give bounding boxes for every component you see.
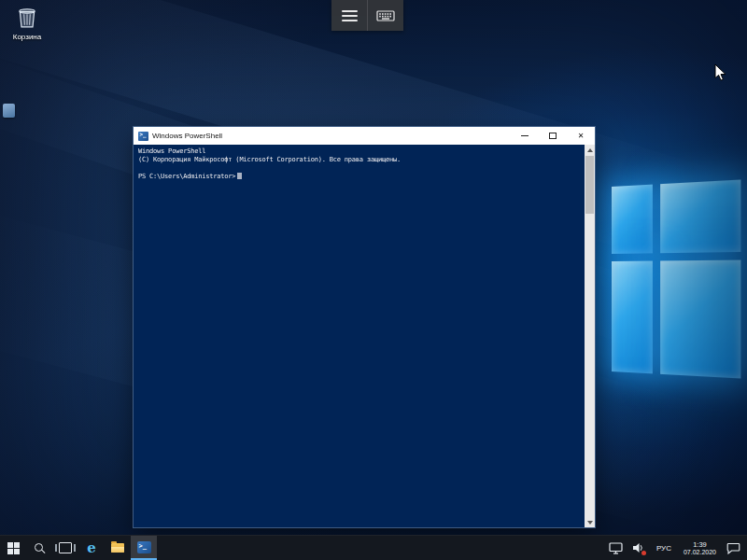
console-prompt: PS C:\Users\Administrator> — [138, 173, 235, 180]
minimize-button[interactable] — [511, 127, 539, 145]
console-output[interactable]: Windows PowerShell (C) Корпорация Майкро… — [134, 145, 595, 527]
taskbar-ie-button[interactable]: e — [78, 536, 105, 560]
clock-time: 1:39 — [693, 540, 707, 549]
scroll-up-button[interactable] — [585, 145, 595, 155]
tray-network-button[interactable] — [608, 536, 625, 560]
keyboard-icon — [376, 9, 395, 22]
close-button[interactable]: ✕ — [567, 127, 595, 145]
volume-muted-badge — [641, 551, 646, 555]
powershell-icon — [137, 541, 151, 553]
task-view-icon — [59, 542, 72, 553]
taskbar-search-button[interactable] — [26, 536, 52, 560]
vm-console-toolbar — [331, 0, 403, 31]
windows-logo-icon — [7, 542, 20, 554]
arrow-down-icon — [587, 521, 593, 525]
minimize-icon — [521, 135, 529, 136]
network-icon — [609, 542, 623, 554]
close-icon: ✕ — [578, 133, 585, 140]
clock-date: 07.02.2020 — [684, 549, 716, 556]
start-button[interactable] — [0, 536, 26, 560]
action-center-button[interactable] — [725, 536, 741, 560]
taskbar-clock[interactable]: 1:39 07.02.2020 — [681, 536, 719, 560]
recycle-bin-label: Корзина — [0, 33, 54, 41]
taskbar: e РУС — [0, 535, 747, 560]
scroll-down-button[interactable] — [585, 517, 595, 527]
desktop-shortcut-icon[interactable] — [3, 104, 15, 118]
system-tray: РУС 1:39 07.02.2020 — [608, 536, 747, 560]
tray-volume-button[interactable] — [630, 536, 647, 560]
windows-logo-pane — [612, 261, 653, 374]
powershell-icon — [138, 132, 148, 141]
windows-logo-pane — [612, 185, 653, 254]
task-view-button[interactable] — [52, 536, 78, 560]
maximize-button[interactable] — [539, 127, 567, 145]
toolbar-menu-button[interactable] — [331, 0, 367, 31]
console-line: (C) Корпорация Майкрософт (Microsoft Cor… — [138, 156, 580, 164]
hamburger-icon — [342, 7, 358, 24]
internet-explorer-icon: e — [87, 541, 96, 555]
recycle-bin-icon[interactable]: Корзина — [0, 6, 54, 41]
scrollbar-thumb[interactable] — [585, 156, 594, 214]
console-blank-line — [138, 164, 580, 173]
taskbar-explorer-button[interactable] — [105, 536, 131, 560]
window-titlebar[interactable]: Windows PowerShell ✕ — [134, 127, 595, 145]
console-scrollbar[interactable] — [585, 145, 595, 527]
taskbar-powershell-button[interactable] — [131, 536, 157, 560]
console-line: Windows PowerShell — [138, 147, 580, 156]
arrow-up-icon — [587, 148, 593, 152]
console-prompt-line: PS C:\Users\Administrator> — [138, 173, 580, 181]
screen: Корзина Window — [0, 0, 747, 560]
folder-icon — [111, 543, 124, 553]
maximize-icon — [549, 133, 557, 139]
windows-logo-pane — [660, 260, 740, 379]
wallpaper-windows-logo — [612, 179, 740, 378]
windows-logo-pane — [660, 179, 740, 253]
toolbar-keyboard-button[interactable] — [367, 0, 403, 31]
console-cursor — [237, 173, 242, 179]
trash-bin-icon — [17, 6, 37, 28]
action-center-icon — [726, 542, 740, 554]
language-indicator[interactable]: РУС — [653, 536, 675, 560]
powershell-window: Windows PowerShell ✕ Windows PowerShell … — [134, 127, 595, 527]
search-icon — [35, 543, 44, 553]
window-title: Windows PowerShell — [152, 132, 511, 140]
